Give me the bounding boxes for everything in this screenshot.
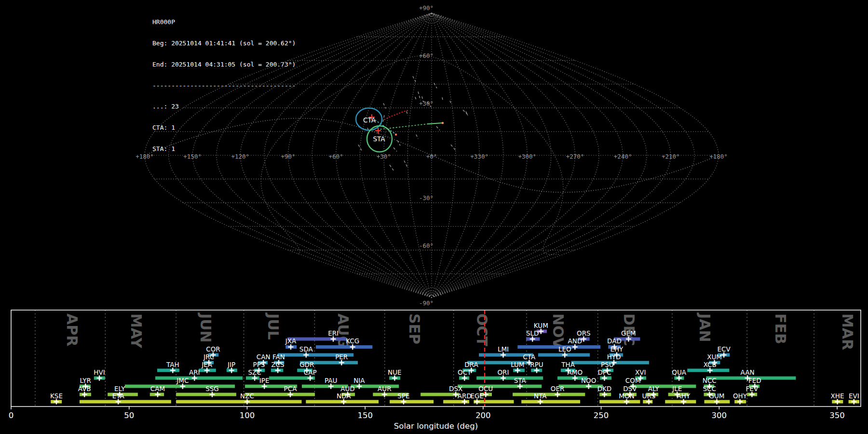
shower-bar-nzc bbox=[176, 400, 301, 404]
trail-end-dot bbox=[442, 122, 444, 124]
shower-label-jea: JEA bbox=[201, 361, 213, 368]
shower-label-cap: CAP bbox=[304, 368, 317, 376]
shower-label-dkd: DKD bbox=[597, 385, 612, 393]
shower-bar-ssg bbox=[176, 393, 236, 396]
ra-grid-label: +120° bbox=[231, 153, 250, 160]
shower-bar-eri bbox=[287, 338, 346, 341]
shower-label-ege: EGE bbox=[470, 392, 484, 400]
meteor-trail bbox=[416, 135, 418, 139]
shower-label-lmi: LMI bbox=[498, 345, 509, 353]
x-tick-label: 100 bbox=[240, 411, 255, 420]
shower-label-gem: GEM bbox=[621, 329, 636, 337]
x-tick-label: 350 bbox=[829, 411, 845, 420]
shower-label-kum: KUM bbox=[534, 322, 548, 329]
shower-label-hvi: HVI bbox=[94, 368, 105, 376]
month-label: OCT bbox=[474, 313, 490, 347]
shower-label-aur: AUR bbox=[378, 385, 392, 393]
shower-label-can: CAN bbox=[257, 353, 271, 361]
x-tick-label: 200 bbox=[475, 411, 491, 420]
shower-bar-oer bbox=[513, 393, 585, 396]
month-label: SEP bbox=[406, 313, 423, 344]
shower-label-eta: ETA bbox=[112, 392, 125, 400]
shower-label-cta: CTA bbox=[523, 353, 536, 361]
shower-label-gum: GUM bbox=[709, 392, 724, 400]
shower-label-dsx: DSX bbox=[449, 385, 462, 393]
shower-label-ssg: SSG bbox=[205, 385, 219, 393]
ra-grid-label: +180° bbox=[136, 153, 154, 160]
shower-bar-ori bbox=[476, 377, 543, 380]
shower-label-mon: MON bbox=[619, 392, 634, 400]
shower-label-nia: NIA bbox=[353, 377, 365, 384]
shower-label-sld: SLD bbox=[526, 329, 539, 337]
ra-grid-label: +150° bbox=[183, 153, 202, 160]
meteor-trail bbox=[415, 97, 416, 100]
activity-chart: APRMAYJUNJULAUGSEPOCTNOVDECJANFEBMARKSEE… bbox=[9, 310, 861, 431]
dec-grid-label: -60° bbox=[419, 242, 434, 249]
shower-label-dra: DRA bbox=[464, 361, 478, 368]
shower-label-oer: OER bbox=[551, 385, 565, 393]
month-label: FEB bbox=[772, 313, 789, 344]
month-label: MAR bbox=[839, 313, 856, 350]
meteor-trail bbox=[390, 165, 394, 172]
x-tick-label: 0 bbox=[9, 411, 14, 420]
shower-label-ecv: ECV bbox=[718, 345, 731, 353]
shower-label-and: AND bbox=[568, 337, 582, 345]
shower-label-evi: EVI bbox=[849, 392, 859, 400]
shower-label-dad: DAD bbox=[607, 337, 622, 345]
radiant-map: +180°+150°+120°+90°+60°+30°+0°+330°+300°… bbox=[136, 4, 728, 307]
x-axis-title: Solar longitude (deg) bbox=[394, 421, 478, 431]
red-dotted-arc bbox=[384, 110, 409, 120]
ra-grid-label: +30° bbox=[377, 153, 391, 160]
shower-label-pau: PAU bbox=[325, 377, 337, 384]
shower-label-ocu: OCU bbox=[478, 385, 493, 393]
meteor-trail bbox=[434, 83, 437, 88]
x-tick-label: 50 bbox=[124, 411, 134, 420]
ra-grid-label: +300° bbox=[518, 153, 537, 160]
shower-label-jle: JLE bbox=[672, 385, 682, 393]
shower-label-pca: PCA bbox=[284, 385, 298, 393]
shower-label-xhe: XHE bbox=[831, 392, 844, 400]
meteor-trail bbox=[463, 110, 469, 116]
shower-label-fan: FAN bbox=[272, 353, 285, 361]
shower-label-ard: ARD bbox=[458, 392, 472, 400]
shower-label-nzc: NZC bbox=[240, 392, 254, 400]
shower-label-jxa: JXA bbox=[285, 337, 297, 345]
meteor-radiant-screen: HR000P Beg: 20251014 01:41:41 (sol = 200… bbox=[0, 0, 868, 434]
meteor-trail bbox=[436, 126, 440, 130]
shower-label-tha: THA bbox=[561, 361, 575, 368]
radiant-label-sta: STA bbox=[373, 135, 385, 143]
meteor-trail bbox=[451, 145, 456, 150]
ra-grid-label: +330° bbox=[470, 153, 488, 160]
shower-label-nue: NUE bbox=[388, 368, 402, 376]
shower-label-aly: ALY bbox=[648, 385, 660, 393]
pole-arc bbox=[425, 15, 438, 20]
shower-label-nda: NDA bbox=[337, 392, 351, 400]
shower-bar-noo bbox=[559, 385, 603, 388]
shower-label-hyd: HYD bbox=[607, 353, 621, 361]
shower-bar-ari bbox=[155, 377, 243, 380]
meteor-trail bbox=[393, 148, 397, 151]
x-tick-label: 250 bbox=[594, 411, 609, 420]
shower-bar-sta bbox=[458, 385, 542, 388]
shower-label-ohy: OHY bbox=[733, 392, 747, 400]
shower-label-kse: KSE bbox=[50, 392, 63, 400]
meteor-trail bbox=[383, 115, 384, 122]
shower-label-sda: SDA bbox=[299, 345, 313, 353]
shower-label-nta: NTA bbox=[534, 392, 547, 400]
shower-label-cor: COR bbox=[206, 345, 220, 353]
shower-label-qua: QUA bbox=[672, 368, 687, 376]
shower-label-aud: AUD bbox=[340, 385, 355, 393]
shower-bar-nta bbox=[521, 400, 580, 404]
shower-label-psu: PSU bbox=[601, 361, 614, 368]
shower-bar-pca bbox=[245, 393, 315, 396]
shower-label-zcs: ZCS bbox=[271, 361, 284, 368]
dec-grid-label: -30° bbox=[419, 194, 434, 202]
meteor-trail bbox=[418, 92, 420, 100]
month-label: JAN bbox=[696, 312, 713, 342]
ra-grid-label: +210° bbox=[662, 153, 680, 160]
meteor-trail bbox=[397, 140, 400, 146]
shower-label-per: PER bbox=[335, 353, 348, 361]
shower-label-ehy: EHY bbox=[610, 345, 624, 353]
meteor-trail bbox=[404, 161, 408, 168]
shower-bar-eta bbox=[80, 400, 171, 404]
